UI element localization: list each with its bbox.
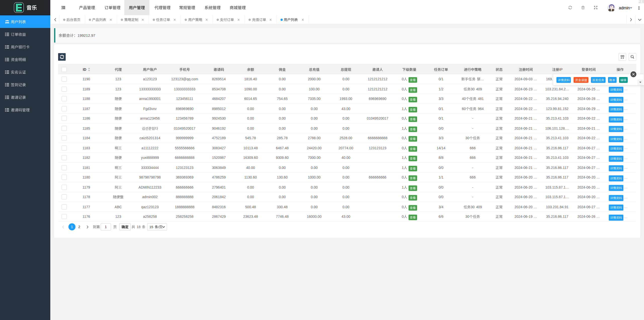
svg-text:1: 1 bbox=[402, 107, 404, 111]
svg-text:964: 964 bbox=[478, 107, 484, 111]
svg-text:1: 1 bbox=[402, 185, 404, 189]
svg-text:…: … bbox=[480, 77, 484, 81]
svg-text:0: 0 bbox=[402, 87, 404, 91]
svg-text:0: 0 bbox=[402, 215, 404, 219]
svg-text:1: 1 bbox=[402, 156, 404, 160]
svg-text:0: 0 bbox=[402, 175, 404, 179]
svg-text:0: 0 bbox=[402, 195, 404, 199]
svg-text:0: 0 bbox=[402, 97, 404, 101]
svg-text:1: 1 bbox=[402, 126, 404, 130]
svg-text:30: 30 bbox=[465, 215, 469, 219]
svg-text:/: / bbox=[158, 225, 159, 229]
svg-text:30: 30 bbox=[471, 87, 475, 91]
svg-text:0: 0 bbox=[402, 146, 404, 150]
svg-text:60: 60 bbox=[462, 107, 466, 111]
svg-text:0: 0 bbox=[402, 136, 404, 140]
svg-text:30: 30 bbox=[465, 136, 469, 140]
svg-text:199212.97: 199212.97 bbox=[77, 33, 95, 38]
svg-text:409: 409 bbox=[476, 205, 482, 209]
svg-text:481: 481 bbox=[478, 97, 484, 101]
svg-text:30: 30 bbox=[471, 205, 475, 209]
svg-text:IP: IP bbox=[559, 67, 562, 72]
svg-text:0: 0 bbox=[402, 77, 404, 81]
svg-text:15: 15 bbox=[149, 225, 153, 229]
svg-text:40: 40 bbox=[462, 97, 466, 101]
svg-text:18: 18 bbox=[137, 225, 141, 229]
svg-text:0: 0 bbox=[402, 205, 404, 209]
svg-text:1: 1 bbox=[402, 166, 404, 170]
svg-text:0: 0 bbox=[402, 116, 404, 120]
svg-text:409: 409 bbox=[476, 87, 482, 91]
